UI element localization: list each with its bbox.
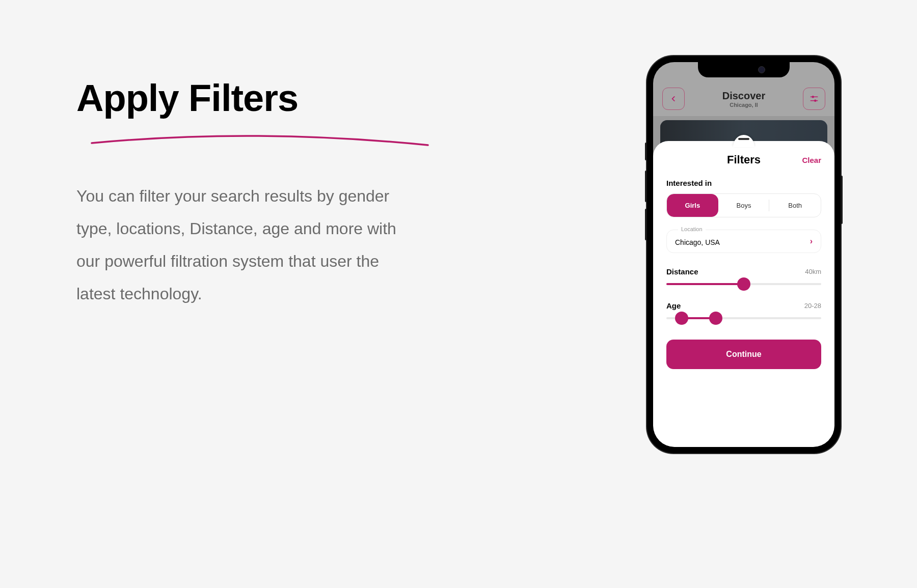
underline-decoration bbox=[76, 124, 433, 154]
page-description: You can filter your search results by ge… bbox=[76, 180, 397, 310]
location-float-label: Location bbox=[678, 226, 706, 232]
distance-value: 40km bbox=[805, 268, 821, 275]
age-slider[interactable] bbox=[666, 317, 821, 319]
page-container: Apply Filters You can filter your search… bbox=[76, 56, 841, 453]
clear-button[interactable]: Clear bbox=[802, 156, 821, 164]
back-button[interactable] bbox=[662, 88, 685, 110]
age-row: Age 20-28 bbox=[666, 301, 821, 310]
sheet-header: Filters Clear bbox=[666, 153, 821, 166]
header-title: Discover bbox=[722, 90, 766, 102]
phone-notch bbox=[698, 62, 790, 77]
age-label: Age bbox=[666, 301, 681, 310]
distance-slider[interactable] bbox=[666, 283, 821, 285]
segment-girls[interactable]: Girls bbox=[667, 194, 718, 217]
sliders-icon bbox=[810, 94, 819, 103]
segment-both[interactable]: Both bbox=[769, 194, 821, 217]
interested-in-segmented[interactable]: Girls Boys Both bbox=[666, 193, 821, 217]
location-value: Chicago, USA bbox=[675, 235, 813, 246]
phone-side-button bbox=[645, 143, 647, 160]
phone-camera bbox=[758, 66, 765, 73]
segment-boys[interactable]: Boys bbox=[718, 194, 770, 217]
interested-in-label: Interested in bbox=[666, 179, 821, 187]
svg-point-3 bbox=[815, 100, 816, 101]
sheet-title: Filters bbox=[727, 153, 761, 166]
chevron-right-icon: › bbox=[810, 237, 813, 246]
chevron-left-icon bbox=[670, 95, 677, 102]
filter-sheet: Filters Clear Interested in Girls Boys B… bbox=[653, 141, 834, 447]
phone-side-button bbox=[841, 176, 843, 224]
distance-slider-fill bbox=[666, 283, 744, 285]
header-center: Discover Chicago, Il bbox=[722, 90, 766, 108]
phone-screen: Discover Chicago, Il bbox=[653, 62, 834, 447]
svg-point-1 bbox=[812, 96, 814, 98]
distance-row: Distance 40km bbox=[666, 267, 821, 276]
phone-side-button bbox=[645, 171, 647, 202]
distance-label: Distance bbox=[666, 267, 698, 276]
location-field[interactable]: Location Chicago, USA › bbox=[666, 230, 821, 253]
sheet-drag-handle[interactable] bbox=[738, 138, 749, 140]
hero-text-block: Apply Filters You can filter your search… bbox=[76, 56, 616, 453]
distance-slider-thumb[interactable] bbox=[737, 277, 750, 291]
filter-button[interactable] bbox=[803, 88, 825, 110]
phone-side-button bbox=[645, 209, 647, 240]
header-subtitle: Chicago, Il bbox=[722, 102, 766, 108]
age-slider-thumb-high[interactable] bbox=[709, 312, 722, 325]
page-title: Apply Filters bbox=[76, 76, 616, 120]
phone-mockup: Discover Chicago, Il bbox=[647, 56, 841, 453]
age-value: 20-28 bbox=[804, 302, 821, 310]
continue-button[interactable]: Continue bbox=[666, 340, 821, 369]
age-slider-thumb-low[interactable] bbox=[675, 312, 688, 325]
